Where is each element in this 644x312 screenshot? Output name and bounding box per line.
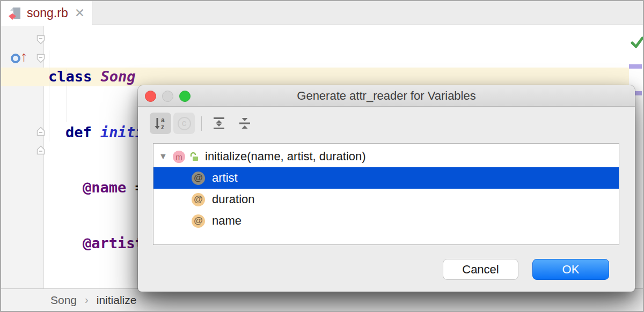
ide-window: song.rb ✕ ↑ bbox=[0, 0, 644, 312]
tab-close-icon[interactable]: ✕ bbox=[75, 7, 85, 19]
method-icon: m bbox=[173, 151, 185, 163]
tree-method-label: initialize(name, artist, duration) bbox=[205, 150, 366, 164]
svg-text:a: a bbox=[161, 116, 165, 124]
tab-song-rb[interactable]: song.rb ✕ bbox=[1, 1, 92, 25]
generate-attr-reader-dialog: Generate attr_reader for Variables a z c bbox=[138, 85, 635, 292]
variables-tree[interactable]: ▼ m initialize(name, artist, duration) @… bbox=[153, 143, 619, 245]
editor-tab-bar: song.rb ✕ bbox=[1, 1, 643, 25]
collapse-all-icon bbox=[237, 116, 252, 131]
ok-button[interactable]: OK bbox=[532, 259, 609, 280]
breadcrumb-separator-icon: › bbox=[85, 294, 89, 306]
close-button[interactable] bbox=[145, 91, 156, 102]
class-name: Song bbox=[101, 68, 136, 85]
dialog-titlebar[interactable]: Generate attr_reader for Variables bbox=[138, 85, 635, 107]
instance-variable-icon: @ bbox=[192, 172, 205, 185]
tab-label: song.rb bbox=[27, 6, 68, 20]
expand-all-icon bbox=[211, 116, 226, 131]
tree-row-method[interactable]: ▼ m initialize(name, artist, duration) bbox=[153, 146, 619, 167]
tree-row-variable[interactable]: @ duration bbox=[153, 189, 619, 210]
dialog-title: Generate attr_reader for Variables bbox=[138, 85, 635, 107]
svg-text:z: z bbox=[161, 123, 164, 131]
instance-variable-icon: @ bbox=[192, 193, 205, 206]
tree-item-label: artist bbox=[212, 171, 238, 185]
sort-alphabetically-button[interactable]: a z bbox=[150, 113, 171, 134]
ivar-artist: @artist bbox=[83, 235, 144, 251]
minimize-button[interactable] bbox=[162, 91, 173, 102]
tree-row-variable[interactable]: @ name bbox=[153, 210, 619, 232]
instance-variable-icon: @ bbox=[192, 214, 205, 228]
sort-az-icon: a z bbox=[153, 116, 168, 131]
copy-javadoc-button-disabled: c bbox=[173, 113, 195, 134]
code-line-1: class Song bbox=[1, 68, 397, 86]
copy-c-icon: c bbox=[178, 117, 191, 130]
chevron-expanded-icon[interactable]: ▼ bbox=[159, 152, 173, 161]
ruby-file-icon bbox=[8, 6, 22, 20]
keyword-def: def bbox=[65, 124, 100, 140]
public-unlocked-icon bbox=[189, 152, 199, 162]
ivar-name: @name bbox=[83, 179, 126, 196]
breadcrumb-class[interactable]: Song bbox=[50, 294, 77, 307]
cancel-button[interactable]: Cancel bbox=[443, 259, 518, 280]
collapse-all-button[interactable] bbox=[234, 114, 255, 132]
usage-stripe-mark[interactable] bbox=[629, 64, 642, 69]
breadcrumb: Song › initialize bbox=[1, 288, 643, 311]
inspections-ok-check-icon[interactable] bbox=[629, 34, 644, 50]
toolbar-separator bbox=[201, 116, 202, 131]
zoom-button[interactable] bbox=[179, 91, 191, 102]
tree-row-variable-selected[interactable]: @ artist bbox=[153, 167, 619, 189]
breadcrumb-method[interactable]: initialize bbox=[97, 294, 137, 307]
dialog-toolbar: a z c bbox=[150, 111, 260, 136]
keyword-class: class bbox=[48, 68, 101, 85]
expand-all-button[interactable] bbox=[208, 114, 230, 132]
tree-item-label: name bbox=[212, 214, 241, 228]
tree-item-label: duration bbox=[212, 192, 255, 206]
